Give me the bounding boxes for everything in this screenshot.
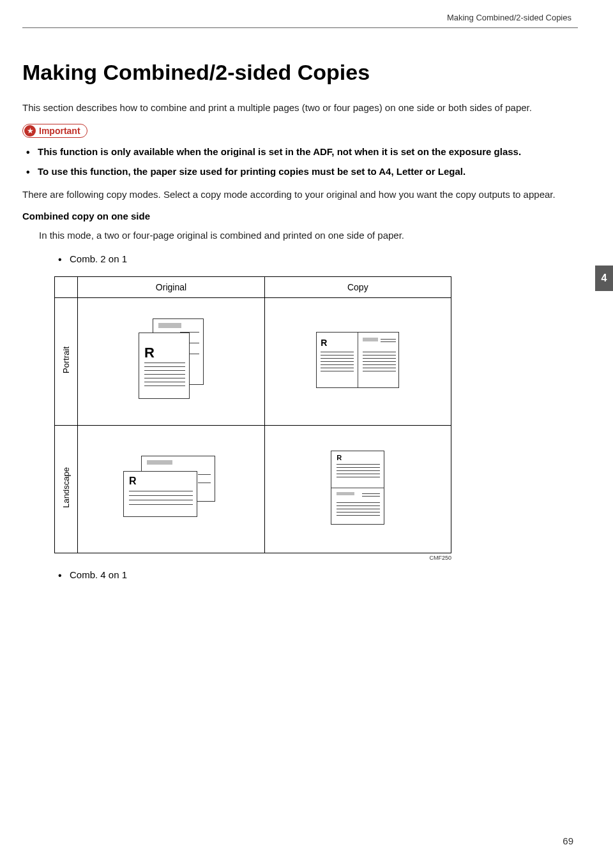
- cell-portrait-original: R: [78, 297, 264, 425]
- cell-landscape-original: R: [78, 425, 264, 553]
- row-label-landscape: Landscape: [55, 425, 78, 553]
- intro-paragraph: This section describes how to combine an…: [22, 100, 578, 116]
- comb-list-top: Comb. 2 on 1: [54, 251, 578, 267]
- portrait-label: Portrait: [61, 347, 71, 373]
- important-bullet-2: To use this function, the paper size use…: [38, 164, 578, 180]
- header-rule: [22, 27, 578, 28]
- chapter-tab: 4: [595, 266, 613, 291]
- orig-copy-table: Original Copy Portrait R: [54, 276, 451, 553]
- important-label: Important: [39, 126, 80, 136]
- important-badge: ★ Important: [22, 124, 87, 138]
- star-icon: ★: [24, 125, 36, 137]
- page-number: 69: [563, 835, 573, 846]
- row-label-portrait: Portrait: [55, 297, 78, 425]
- figure-code: CMF250: [54, 555, 451, 561]
- running-header: Making Combined/2-sided Copies: [22, 13, 578, 22]
- comb-list-bottom: Comb. 4 on 1: [54, 567, 578, 583]
- important-bullet-1: This function is only available when the…: [38, 144, 578, 160]
- glyph-R: R: [321, 338, 327, 348]
- fig-landscape-copy: R: [331, 451, 384, 525]
- page-title: Making Combined/2-sided Copies: [22, 60, 578, 85]
- important-bullet-list: This function is only available when the…: [22, 144, 578, 180]
- table-header-original: Original: [78, 276, 264, 297]
- cell-landscape-copy: R: [264, 425, 451, 553]
- fig-landscape-original: R: [123, 456, 219, 520]
- combined-desc: In this mode, a two or four-page origina…: [39, 228, 578, 244]
- glyph-R: R: [129, 475, 137, 487]
- table-header-copy: Copy: [264, 276, 451, 297]
- comb-4on1: Comb. 4 on 1: [70, 567, 578, 583]
- cell-portrait-copy: R: [264, 297, 451, 425]
- fig-portrait-original: R: [133, 318, 209, 401]
- glyph-R: R: [144, 345, 155, 361]
- combined-heading: Combined copy on one side: [22, 211, 578, 221]
- landscape-label: Landscape: [61, 467, 71, 508]
- glyph-R: R: [337, 454, 342, 461]
- modes-intro: There are following copy modes. Select a…: [22, 187, 578, 203]
- orig-copy-table-wrapper: Original Copy Portrait R: [54, 276, 451, 561]
- comb-2on1: Comb. 2 on 1: [70, 251, 578, 267]
- table-corner: [55, 276, 78, 297]
- fig-portrait-copy: R: [316, 332, 399, 388]
